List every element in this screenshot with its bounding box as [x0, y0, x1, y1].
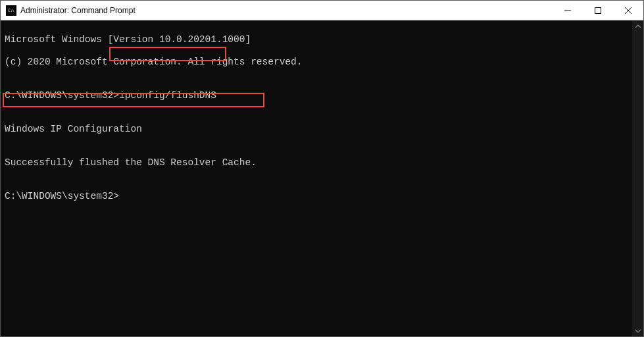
output-line: Windows IP Configuration — [5, 124, 628, 135]
window-title: Administrator: Command Prompt — [20, 6, 553, 15]
entered-command: ipconfig/flushDNS — [119, 90, 216, 101]
app-icon-glyph: C:\ — [8, 8, 14, 13]
svg-rect-1 — [595, 7, 601, 13]
titlebar[interactable]: C:\ Administrator: Command Prompt — [1, 1, 643, 20]
output-line: (c) 2020 Microsoft Corporation. All righ… — [5, 57, 628, 68]
maximize-button[interactable] — [583, 1, 613, 20]
console-content[interactable]: Microsoft Windows [Version 10.0.20201.10… — [1, 20, 632, 336]
prompt-path: C:\WINDOWS\system32> — [5, 90, 119, 101]
chevron-down-icon — [635, 329, 641, 333]
scroll-down-button[interactable] — [632, 325, 643, 336]
command-prompt-window: C:\ Administrator: Command Prompt Micros… — [0, 0, 644, 337]
prompt-line: C:\WINDOWS\system32>ipconfig/flushDNS — [5, 90, 628, 101]
chevron-up-icon — [635, 24, 641, 28]
scrollbar-track[interactable] — [632, 32, 643, 325]
prompt-line: C:\WINDOWS\system32> — [5, 191, 628, 202]
maximize-icon — [595, 7, 601, 14]
output-line: Successfully flushed the DNS Resolver Ca… — [5, 157, 628, 168]
console-area: Microsoft Windows [Version 10.0.20201.10… — [1, 20, 643, 336]
app-icon: C:\ — [6, 5, 16, 16]
vertical-scrollbar[interactable] — [632, 20, 643, 336]
close-button[interactable] — [613, 1, 643, 20]
output-line: Microsoft Windows [Version 10.0.20201.10… — [5, 34, 628, 45]
window-controls — [553, 1, 643, 20]
close-icon — [625, 7, 632, 14]
scroll-up-button[interactable] — [632, 20, 643, 32]
minimize-button[interactable] — [553, 1, 583, 20]
minimize-icon — [564, 7, 571, 14]
